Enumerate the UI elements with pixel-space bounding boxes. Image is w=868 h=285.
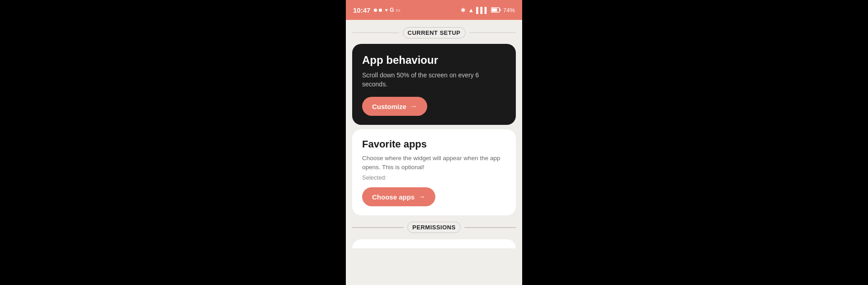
customize-button[interactable]: Customize →	[362, 97, 427, 116]
svg-rect-1	[500, 9, 500, 11]
signal-icon: ▌▌▌	[476, 7, 489, 14]
divider-line-right	[469, 33, 516, 33]
choose-apps-button[interactable]: Choose apps →	[362, 187, 435, 206]
permissions-divider: PERMISSIONS	[352, 222, 516, 233]
wifi-icon: ▲	[468, 7, 474, 14]
favorite-apps-card: Favorite apps Choose where the widget wi…	[352, 129, 516, 215]
customize-arrow-icon: →	[410, 102, 417, 110]
google-icon: G	[390, 7, 394, 13]
choose-apps-arrow-icon: →	[418, 193, 425, 201]
app-behaviour-title: App behaviour	[362, 54, 506, 66]
permissions-label: PERMISSIONS	[407, 222, 461, 233]
choose-apps-label: Choose apps	[372, 193, 415, 201]
main-content: CURRENT SETUP App behaviour Scroll down …	[346, 20, 522, 285]
customize-label: Customize	[372, 103, 406, 110]
screen-icon: ▭	[396, 7, 400, 13]
status-time: 10:47	[353, 6, 370, 14]
heart-icon: ♥	[385, 7, 388, 13]
battery-percentage: 74%	[503, 7, 515, 14]
bluetooth-icon: ✱	[461, 7, 466, 14]
permissions-divider-line-left	[352, 227, 404, 228]
app-behaviour-card: App behaviour Scroll down 50% of the scr…	[352, 44, 516, 125]
phone-screen: 10:47 ⏺⏺ ♥ G ▭ ✱ ▲ ▌▌▌ 74%	[346, 0, 522, 285]
media-icon: ⏺⏺	[373, 7, 383, 13]
divider-line-left	[352, 33, 399, 33]
battery-icon	[491, 7, 501, 13]
selected-label: Selected:	[362, 174, 506, 181]
app-behaviour-description: Scroll down 50% of the screen on every 6…	[362, 71, 506, 89]
status-bar: 10:47 ⏺⏺ ♥ G ▭ ✱ ▲ ▌▌▌ 74%	[346, 0, 522, 20]
svg-rect-2	[491, 9, 497, 12]
current-setup-label: CURRENT SETUP	[403, 27, 466, 38]
current-setup-divider: CURRENT SETUP	[352, 27, 516, 38]
favorite-apps-title: Favorite apps	[362, 138, 506, 150]
permissions-divider-line-right	[464, 227, 516, 228]
status-bar-left: 10:47 ⏺⏺ ♥ G ▭	[353, 6, 400, 14]
bottom-partial-card	[352, 239, 516, 248]
favorite-apps-description: Choose where the widget will appear when…	[362, 154, 506, 171]
status-icons-left: ⏺⏺ ♥ G ▭	[373, 7, 400, 13]
status-bar-right: ✱ ▲ ▌▌▌ 74%	[461, 7, 515, 14]
